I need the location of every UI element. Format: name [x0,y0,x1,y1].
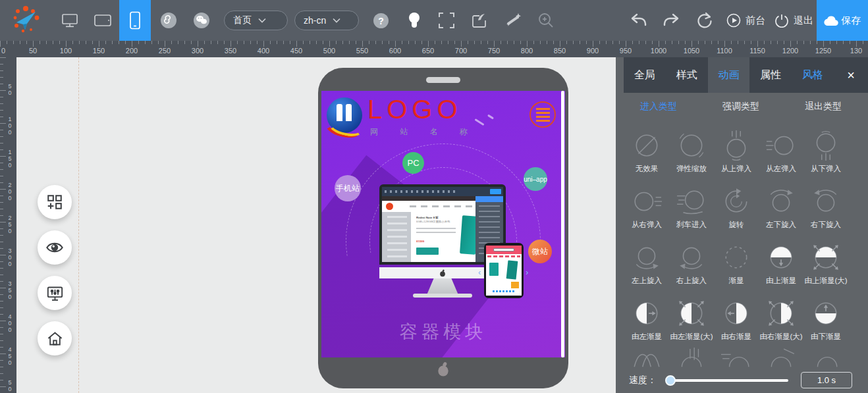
spin-in-tr-icon [676,242,707,273]
animation-effect-option[interactable]: 无效果 [624,130,669,174]
phone-apple-logo [437,361,450,380]
save-label: 保存 [842,14,861,27]
carousel-left-chevron: ‹ [478,267,481,277]
animation-effect-option[interactable] [624,348,669,367]
apple-logo-icon [439,269,446,277]
animation-effect-option[interactable]: 从左弹入 [759,130,803,174]
bounce-in-right-icon [632,186,662,217]
animation-effect-option[interactable]: 弹性缩放 [669,130,714,174]
wechat-button[interactable] [191,0,212,41]
animation-type-switcher: 进入类型 强调类型 退出类型 [616,96,868,117]
home-icon [46,330,64,348]
animation-effect-option[interactable]: 由右渐显 [714,298,759,342]
animation-effect-option[interactable] [803,348,848,367]
light-bulb-icon [408,12,420,29]
page-scrollbar[interactable] [561,91,564,357]
speed-slider-handle[interactable] [665,375,676,386]
edit-export-icon [471,12,488,29]
page-dropdown[interactable]: 首页 [224,11,288,30]
mobile-icon [129,11,141,30]
language-dropdown[interactable]: zh-cn [294,11,359,30]
speed-slider[interactable] [666,379,788,382]
spin-in-tl-icon [632,242,662,273]
tab-global[interactable]: 全局 [624,57,666,93]
redo-button[interactable] [661,0,681,41]
animation-effect-option[interactable]: 左上旋入 [624,242,669,286]
fullscreen-button[interactable] [436,0,457,41]
animation-effect-option[interactable]: 刹车进入 [669,186,714,230]
guide-line [78,57,79,393]
tab-style[interactable]: 样式 [666,57,708,93]
tab-animation[interactable]: 动画 [708,57,750,93]
animation-effect-option[interactable]: 由左渐显 [624,298,669,342]
magic-wand-button[interactable] [502,0,524,41]
phone-page-banner-module[interactable]: LOGO 网 站 名 称 手机站 PC uni–app 微站 [321,91,565,357]
animation-effect-option[interactable]: 由上渐显(大) [803,242,848,286]
home-button[interactable] [38,321,72,355]
anim-type-exit[interactable]: 退出类型 [805,101,842,113]
zoom-search-button[interactable] [535,0,556,41]
undo-button[interactable] [629,0,649,41]
animation-effect-label: 从左弹入 [766,164,796,174]
animation-effect-label: 右上旋入 [676,276,707,286]
fullscreen-icon [438,12,455,29]
tablet-icon [94,13,112,28]
desktop-view-button[interactable] [58,0,82,41]
partial-2-icon [676,348,707,367]
save-button[interactable]: 保存 [817,0,868,41]
speed-value-box[interactable]: 1.0 s [801,372,852,388]
anim-type-emphasis[interactable]: 强调类型 [722,101,759,113]
fade-left-icon [632,298,662,328]
fade-top-big-icon [811,242,841,273]
animation-effect-label: 左下旋入 [766,220,796,230]
preview-button[interactable] [38,230,72,265]
miniprogram-button[interactable] [158,0,179,41]
anim-type-enter[interactable]: 进入类型 [640,101,677,113]
refresh-button[interactable] [695,0,715,41]
animation-effect-option[interactable]: 由右渐显(大) [759,298,803,342]
help-button[interactable]: ? [371,0,391,41]
add-module-button[interactable] [38,185,72,219]
animation-effect-option[interactable]: 左下旋入 [759,186,803,230]
animation-effect-label: 由右渐显 [721,332,751,342]
animation-effect-option[interactable]: 右下旋入 [803,186,848,230]
animation-effect-option[interactable]: 渐显 [714,242,759,286]
tablet-view-button[interactable] [91,0,115,41]
partial-4-icon [766,348,796,367]
close-panel-button[interactable]: × [834,57,868,93]
exit-button[interactable]: 退出 [774,0,813,41]
fade-in-icon [721,242,751,273]
play-circle-icon [726,13,741,28]
desktop-icon [61,13,78,28]
animation-effect-option[interactable] [714,348,759,367]
container-module-placeholder[interactable]: 容器模块 [321,320,565,344]
phone-mockup: LOGO 网 站 名 称 手机站 PC uni–app 微站 [318,68,568,388]
display-settings-button[interactable] [38,276,72,310]
animation-effect-option[interactable]: 由下渐显 [803,298,848,342]
editor-canvas[interactable]: LOGO 网 站 名 称 手机站 PC uni–app 微站 [16,57,616,393]
animation-effect-option[interactable] [669,348,714,367]
hamburger-menu-button[interactable] [529,101,556,128]
animation-effect-label: 由下渐显 [811,332,841,342]
mobile-view-button[interactable] [119,0,151,41]
animation-effect-label: 由右渐显(大) [759,332,802,342]
apple-logo-icon [437,361,450,377]
app-logo [5,0,46,41]
animation-effect-option[interactable]: 从右弹入 [624,186,669,230]
animation-effect-option[interactable]: 由左渐显(大) [669,298,714,342]
animation-effect-option[interactable]: 旋转 [714,186,759,230]
animation-effect-option[interactable]: 从上弹入 [714,130,759,174]
animation-effect-option[interactable]: 从下弹入 [803,130,848,174]
front-preview-label: 前台 [746,14,765,27]
tab-attributes[interactable]: 属性 [749,57,792,93]
export-edit-button[interactable] [469,0,490,41]
animation-effect-option[interactable]: 右上旋入 [669,242,714,286]
tab-theme[interactable]: 风格 [792,57,834,93]
magic-wand-icon [504,11,522,30]
front-preview-button[interactable]: 前台 [726,0,765,41]
animation-effect-option[interactable] [759,348,803,367]
tips-button[interactable] [405,0,423,41]
animation-effect-option[interactable]: 由上渐显 [759,242,803,286]
elastic-scale-icon [676,130,707,161]
vertical-ruler: 5 01 0 01 5 02 0 02 5 03 0 03 5 04 0 04 … [0,57,16,393]
